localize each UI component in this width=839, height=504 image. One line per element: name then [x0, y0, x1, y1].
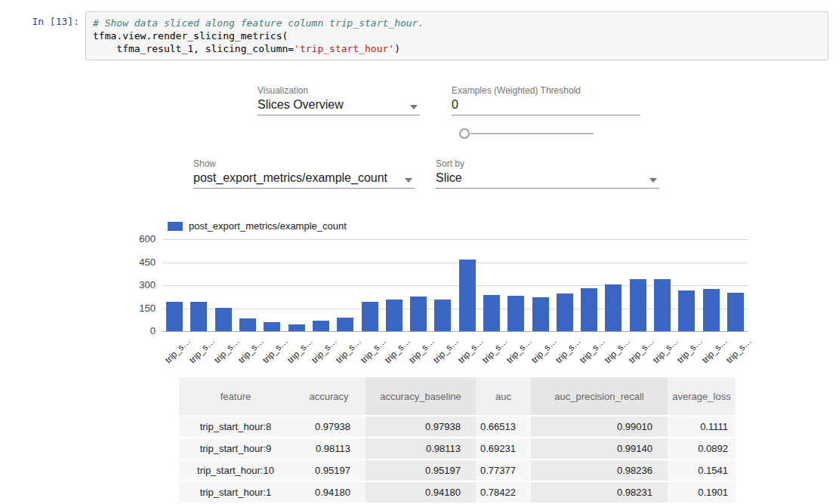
bar-16[interactable] [557, 293, 573, 331]
metric-cell: 0.78422 [476, 482, 531, 502]
x-slot: trip_s… [699, 333, 723, 364]
bar-2[interactable] [215, 308, 232, 331]
sort-dropdown[interactable]: Slice [436, 171, 659, 189]
table-row: trip_start_hour:80.979380.979380.665130.… [179, 416, 736, 437]
bar-21[interactable] [678, 290, 695, 331]
bar-slot [284, 324, 308, 331]
show-dropdown[interactable]: post_export_metrics/example_count [193, 171, 415, 189]
metric-cell: 0.94180 [292, 482, 366, 502]
slider-track [470, 133, 594, 134]
notebook-page: In [13]: # Show data sliced along featur… [0, 0, 839, 504]
sort-value: Slice [436, 171, 462, 184]
bar-slot [455, 260, 480, 331]
metric-cell: 0.95197 [366, 460, 476, 481]
code-close-paren: ) [394, 43, 400, 54]
metric-cell: 0.66513 [476, 416, 531, 437]
bar-slot [723, 293, 748, 331]
column-header-average_loss[interactable]: average_loss [668, 377, 736, 415]
x-slot: trip_s… [187, 333, 211, 364]
x-slot: trip_s… [162, 333, 187, 364]
bar-slot [480, 295, 504, 331]
bar-13[interactable] [483, 295, 500, 331]
x-slot: trip_s… [382, 333, 406, 364]
feature-cell: trip_start_hour:8 [179, 416, 292, 437]
metric-cell: 0.98113 [366, 438, 476, 459]
bar-20[interactable] [654, 279, 671, 331]
x-slot: trip_s… [553, 333, 577, 364]
column-header-auc[interactable]: auc [476, 377, 531, 415]
visualization-dropdown[interactable]: Slices Overview [258, 98, 420, 115]
y-tick-label: 450 [139, 257, 156, 268]
metric-cell: 0.1541 [668, 460, 736, 481]
bar-0[interactable] [166, 302, 183, 331]
bar-6[interactable] [313, 321, 329, 331]
metric-cell: 0.97938 [292, 416, 366, 437]
metric-cell: 0.99140 [531, 438, 668, 459]
column-header-accuracy_baseline[interactable]: accuracy_baseline [366, 377, 476, 415]
threshold-label: Examples (Weighted) Threshold [452, 85, 581, 96]
bar-slot [382, 300, 406, 331]
metric-cell: 0.94180 [366, 482, 476, 502]
code-cell[interactable]: # Show data sliced along feature column … [85, 11, 828, 60]
bar-17[interactable] [581, 288, 597, 331]
bar-1[interactable] [190, 302, 207, 331]
column-header-feature[interactable]: feature [179, 377, 292, 415]
bar-22[interactable] [703, 289, 720, 331]
bar-7[interactable] [337, 318, 353, 331]
bar-12[interactable] [459, 260, 476, 331]
threshold-value: 0 [452, 98, 458, 111]
code-line2: tfma.view.render_slicing_metrics( [93, 30, 288, 41]
bar-5[interactable] [288, 324, 305, 331]
plot-area [162, 239, 748, 331]
bar-11[interactable] [434, 300, 451, 331]
table-row: trip_start_hour:100.951970.951970.773770… [179, 460, 736, 481]
bar-9[interactable] [386, 300, 403, 331]
chevron-down-icon [410, 105, 418, 109]
legend-swatch [168, 222, 183, 231]
chart-legend: post_export_metrics/example_count [168, 220, 347, 232]
metric-cell: 0.1111 [668, 416, 736, 437]
x-axis: trip_s…trip_s…trip_s…trip_s…trip_s…trip_… [162, 333, 748, 364]
code-comment: # Show data sliced along feature column … [93, 17, 424, 29]
x-slot: trip_s… [284, 333, 308, 364]
slider-knob[interactable] [459, 128, 470, 139]
cell-prompt: In [13]: [0, 16, 79, 27]
code-line3: tfma_result_1, slicing_column= [93, 43, 294, 54]
column-header-accuracy[interactable]: accuracy [292, 377, 366, 415]
bar-slot [357, 302, 381, 331]
feature-cell: trip_start_hour:9 [179, 438, 292, 459]
bar-slot [699, 289, 723, 331]
bar-3[interactable] [239, 318, 256, 331]
bar-4[interactable] [264, 322, 280, 331]
metric-cell: 0.98236 [531, 460, 668, 481]
bar-15[interactable] [532, 297, 549, 331]
bar-slot [601, 284, 625, 331]
bar-18[interactable] [605, 284, 622, 331]
bar-10[interactable] [410, 297, 427, 331]
x-slot: trip_s… [260, 333, 284, 364]
bar-slot [162, 302, 187, 331]
x-slot: trip_s… [333, 333, 357, 364]
bar-14[interactable] [507, 296, 524, 331]
x-slot: trip_s… [430, 333, 455, 364]
metric-cell: 0.97938 [366, 416, 476, 437]
x-slot: trip_s… [577, 333, 601, 364]
feature-cell: trip_start_hour:10 [179, 460, 292, 481]
metric-cell: 0.95197 [292, 460, 366, 481]
metric-cell: 0.98113 [292, 438, 366, 459]
bar-slot [211, 308, 236, 331]
column-header-auc_precision_recall[interactable]: auc_precision_recall [531, 377, 668, 415]
x-slot: trip_s… [626, 333, 650, 364]
x-slot: trip_s… [528, 333, 552, 364]
y-tick-label: 0 [150, 325, 156, 337]
threshold-slider[interactable] [459, 128, 594, 140]
table-header-row: featureaccuracyaccuracy_baselineaucauc_p… [179, 377, 736, 415]
y-tick-label: 300 [139, 279, 156, 290]
slices-bar-chart: post_export_metrics/example_count 600450… [128, 219, 793, 370]
threshold-input[interactable]: 0 [452, 98, 640, 115]
bar-19[interactable] [630, 279, 646, 331]
x-slot: trip_s… [504, 333, 528, 364]
x-slot: trip_s… [674, 333, 699, 364]
bar-8[interactable] [362, 302, 378, 331]
bar-23[interactable] [727, 293, 744, 331]
